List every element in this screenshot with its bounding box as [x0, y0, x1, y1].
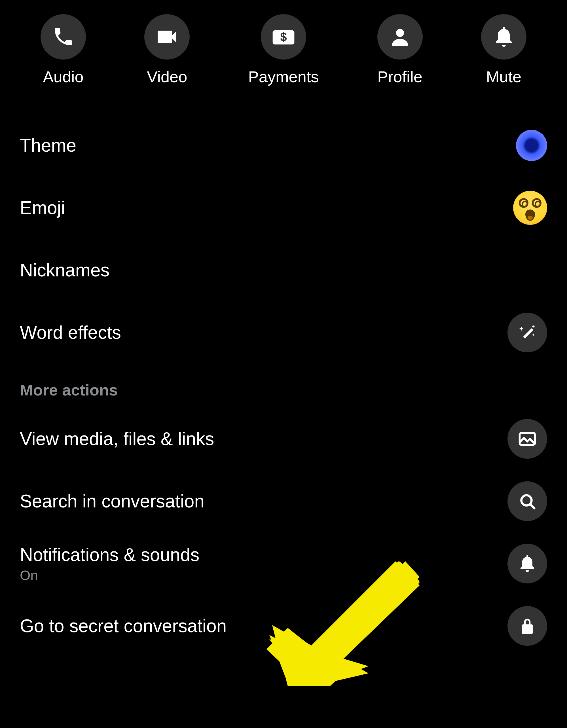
emoji-label: Emoji	[20, 189, 65, 227]
svg-point-4	[521, 495, 532, 505]
emoji-row[interactable]: Emoji	[20, 177, 547, 239]
nicknames-label: Nicknames	[20, 251, 110, 289]
search-conversation-row[interactable]: Search in conversation	[20, 470, 547, 532]
video-label: Video	[147, 67, 187, 86]
notifications-status: On	[20, 568, 199, 583]
theme-row[interactable]: Theme	[20, 114, 547, 177]
word-effects-label: Word effects	[20, 314, 121, 352]
view-media-row[interactable]: View media, files & links	[20, 408, 547, 470]
theme-label: Theme	[20, 126, 76, 164]
bell-icon	[481, 14, 526, 60]
notifications-label: Notifications & sounds	[20, 544, 199, 565]
profile-action[interactable]: Profile	[377, 14, 423, 86]
lock-icon	[507, 606, 547, 646]
secret-conversation-row[interactable]: Go to secret conversation	[20, 595, 547, 657]
notifications-row[interactable]: Notifications & sounds On	[20, 532, 547, 595]
bell-icon	[507, 544, 547, 583]
payments-icon: $	[261, 14, 306, 60]
svg-line-5	[531, 505, 535, 509]
search-conversation-label: Search in conversation	[20, 482, 204, 520]
search-icon	[507, 481, 547, 521]
video-camera-icon	[144, 14, 190, 60]
audio-label: Audio	[43, 67, 83, 86]
mute-label: Mute	[486, 67, 522, 86]
payments-action[interactable]: $ Payments	[248, 14, 319, 86]
view-media-label: View media, files & links	[20, 420, 214, 458]
action-bar: Audio Video $ Payments Profile	[0, 0, 567, 97]
face-with-spiral-eyes-icon	[513, 191, 547, 225]
video-action[interactable]: Video	[144, 14, 190, 86]
theme-color-icon	[516, 130, 547, 161]
secret-conversation-label: Go to secret conversation	[20, 607, 227, 645]
svg-point-2	[396, 29, 404, 37]
magic-wand-icon	[507, 313, 547, 352]
profile-label: Profile	[377, 67, 422, 86]
person-icon	[377, 14, 423, 60]
svg-text:$: $	[280, 30, 287, 44]
word-effects-row[interactable]: Word effects	[20, 301, 547, 364]
payments-label: Payments	[248, 67, 319, 86]
nicknames-row[interactable]: Nicknames	[20, 239, 547, 301]
audio-action[interactable]: Audio	[41, 14, 86, 86]
mute-action[interactable]: Mute	[481, 14, 526, 86]
image-icon	[507, 419, 547, 459]
settings-list: Theme Emoji Nicknames Word effects More …	[0, 97, 567, 657]
phone-icon	[41, 14, 86, 60]
more-actions-header: More actions	[20, 364, 547, 408]
